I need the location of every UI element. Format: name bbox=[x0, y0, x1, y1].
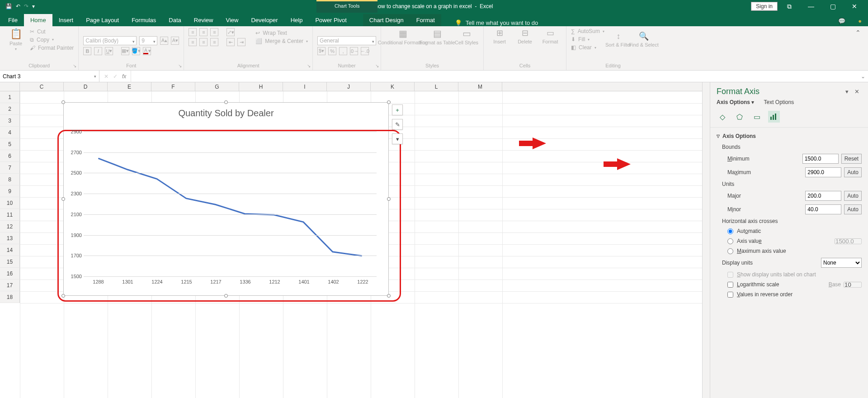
tab-view[interactable]: View bbox=[219, 14, 245, 26]
axis-options-link[interactable]: Axis Options ▾ bbox=[717, 99, 754, 105]
font-color-button[interactable]: A▾ bbox=[143, 47, 151, 55]
clear-button[interactable]: ◧Clear▾ bbox=[571, 44, 604, 51]
row-header[interactable]: 10 bbox=[0, 197, 20, 209]
maximize-window-icon[interactable]: ▢ bbox=[823, 3, 843, 10]
decrease-indent-icon[interactable]: ⇤ bbox=[226, 38, 235, 46]
minimum-input[interactable] bbox=[802, 154, 839, 164]
align-middle-icon[interactable]: ≡ bbox=[199, 28, 208, 36]
row-header[interactable]: 16 bbox=[0, 268, 20, 280]
tab-page-layout[interactable]: Page Layout bbox=[80, 14, 125, 26]
resize-handle[interactable] bbox=[387, 100, 391, 104]
dialog-launcher-icon[interactable]: ↘ bbox=[178, 63, 182, 68]
share-icon[interactable]: 💬 bbox=[832, 16, 852, 26]
auto-major-button[interactable]: Auto bbox=[844, 191, 862, 201]
crosses-axis-value-radio[interactable]: Axis value bbox=[717, 236, 862, 246]
dialog-launcher-icon[interactable]: ↘ bbox=[73, 63, 76, 68]
chart-title[interactable]: Quantity Sold by Dealer bbox=[64, 103, 388, 121]
fill-line-icon[interactable]: ◇ bbox=[717, 111, 728, 123]
tab-power-pivot[interactable]: Power Pivot bbox=[309, 14, 353, 26]
column-header[interactable]: H bbox=[239, 82, 283, 91]
font-size-combo[interactable]: 9 bbox=[139, 36, 157, 45]
dialog-launcher-icon[interactable]: ↘ bbox=[307, 63, 311, 68]
decrease-font-icon[interactable]: A▾ bbox=[171, 37, 179, 45]
row-header[interactable]: 11 bbox=[0, 209, 20, 221]
accept-formula-icon[interactable]: ✓ bbox=[113, 73, 118, 80]
comma-icon[interactable]: , bbox=[339, 47, 347, 55]
cut-button[interactable]: ✂Cut bbox=[30, 28, 74, 35]
row-header[interactable]: 9 bbox=[0, 185, 20, 197]
qat-more-icon[interactable]: ▾ bbox=[32, 3, 35, 9]
copy-button[interactable]: ⧉Copy▾ bbox=[30, 37, 74, 43]
row-header[interactable]: 14 bbox=[0, 244, 20, 256]
format-cells-button[interactable]: ▭Format bbox=[539, 28, 561, 44]
row-header[interactable]: 3 bbox=[0, 115, 20, 127]
resize-handle[interactable] bbox=[387, 197, 391, 201]
resize-handle[interactable] bbox=[61, 294, 65, 298]
minimize-window-icon[interactable]: — bbox=[801, 3, 821, 10]
crosses-max-radio[interactable]: Maximum axis value bbox=[717, 246, 862, 256]
row-header[interactable]: 18 bbox=[0, 291, 20, 303]
auto-max-button[interactable]: Auto bbox=[844, 167, 862, 177]
resize-handle[interactable] bbox=[224, 294, 228, 298]
crosses-automatic-radio[interactable]: Automatic bbox=[717, 226, 862, 236]
row-header[interactable]: 13 bbox=[0, 232, 20, 244]
resize-handle[interactable] bbox=[387, 294, 391, 298]
expand-formula-bar-icon[interactable]: ⌄ bbox=[858, 71, 868, 82]
tab-file[interactable]: File bbox=[2, 14, 24, 26]
row-header[interactable]: 8 bbox=[0, 174, 20, 185]
close-window-icon[interactable]: ✕ bbox=[844, 3, 864, 10]
find-select-button[interactable]: 🔍Find & Select bbox=[632, 31, 655, 47]
row-header[interactable]: 5 bbox=[0, 138, 20, 150]
close-pane-icon[interactable]: ✕ bbox=[852, 88, 862, 95]
row-header[interactable]: 4 bbox=[0, 127, 20, 138]
select-all-corner[interactable] bbox=[0, 82, 20, 91]
cancel-formula-icon[interactable]: ✕ bbox=[104, 73, 108, 80]
tab-format[interactable]: Format bbox=[410, 14, 441, 26]
vertical-scrollbar[interactable] bbox=[702, 82, 710, 398]
font-name-combo[interactable]: Calibri (Body) bbox=[83, 36, 137, 45]
paste-button[interactable]: 📋 Paste▾ bbox=[5, 28, 27, 51]
row-header[interactable]: 2 bbox=[0, 103, 20, 115]
fill-color-button[interactable]: 🪣▾ bbox=[132, 47, 140, 55]
major-unit-input[interactable] bbox=[805, 191, 841, 201]
column-header[interactable]: F bbox=[151, 82, 195, 91]
row-header[interactable]: 15 bbox=[0, 256, 20, 268]
row-header[interactable]: 7 bbox=[0, 162, 20, 174]
chart-filter-button[interactable]: ▾ bbox=[392, 133, 403, 144]
align-right-icon[interactable]: ≡ bbox=[210, 38, 218, 46]
save-icon[interactable]: 💾 bbox=[5, 3, 12, 9]
ribbon-options-icon[interactable]: ⧉ bbox=[779, 3, 799, 10]
tab-review[interactable]: Review bbox=[188, 14, 220, 26]
chart-styles-button[interactable]: ✎ bbox=[392, 119, 403, 130]
column-header[interactable]: D bbox=[64, 82, 108, 91]
worksheet[interactable]: CDEFGHIJKLM 123456789101112131415161718 … bbox=[0, 82, 710, 398]
column-header[interactable]: J bbox=[327, 82, 371, 91]
formula-input[interactable] bbox=[131, 71, 858, 82]
column-header[interactable]: I bbox=[283, 82, 327, 91]
effects-icon[interactable]: ⬠ bbox=[734, 111, 745, 123]
tab-chart-design[interactable]: Chart Design bbox=[363, 14, 410, 26]
section-axis-options[interactable]: ▽Axis Options bbox=[717, 130, 862, 142]
underline-button[interactable]: U▾ bbox=[105, 47, 113, 55]
fill-button[interactable]: ⬇Fill▾ bbox=[571, 36, 604, 43]
align-top-icon[interactable]: ≡ bbox=[189, 28, 197, 36]
comments-icon[interactable]: ● bbox=[852, 16, 868, 26]
orientation-icon[interactable]: ⤢▾ bbox=[226, 28, 235, 36]
tab-developer[interactable]: Developer bbox=[245, 14, 284, 26]
resize-handle[interactable] bbox=[61, 197, 65, 201]
wrap-text-button[interactable]: ↩Wrap Text bbox=[255, 30, 308, 36]
column-header[interactable]: K bbox=[371, 82, 415, 91]
redo-icon[interactable]: ↷ bbox=[24, 3, 28, 9]
display-units-select[interactable]: None bbox=[821, 258, 862, 268]
chart-object[interactable]: Quantity Sold by Dealer 1500170019002100… bbox=[63, 102, 389, 296]
dialog-launcher-icon[interactable]: ↘ bbox=[375, 63, 379, 68]
currency-icon[interactable]: $▾ bbox=[317, 47, 326, 55]
tab-home[interactable]: Home bbox=[24, 14, 52, 26]
row-header[interactable]: 17 bbox=[0, 280, 20, 291]
column-header[interactable]: M bbox=[458, 82, 502, 91]
minor-unit-input[interactable] bbox=[805, 204, 841, 214]
column-header[interactable]: G bbox=[195, 82, 239, 91]
italic-button[interactable]: I bbox=[94, 47, 102, 55]
pane-options-icon[interactable]: ▾ bbox=[842, 88, 852, 95]
resize-handle[interactable] bbox=[61, 100, 65, 104]
